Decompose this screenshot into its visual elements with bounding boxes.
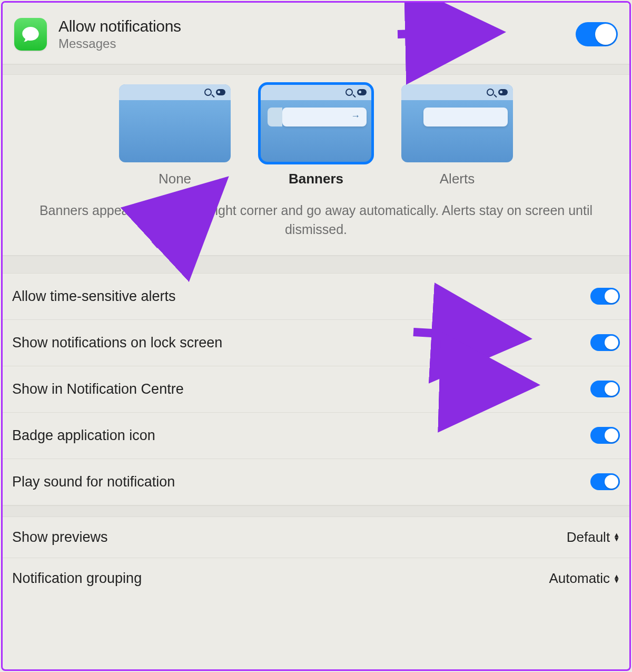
app-name-subtitle: Messages bbox=[58, 36, 576, 51]
row-label: Play sound for notification bbox=[12, 474, 175, 490]
row-notification-grouping[interactable]: Notification grouping Automatic ▲▼ bbox=[3, 558, 629, 599]
allow-notifications-toggle[interactable] bbox=[576, 22, 618, 46]
row-badge: Badge application icon bbox=[3, 413, 629, 459]
notification-centre-toggle[interactable] bbox=[590, 381, 620, 397]
row-label: Show in Notification Centre bbox=[12, 381, 184, 397]
value-text: Default bbox=[567, 529, 610, 546]
alert-preview-icon bbox=[423, 108, 508, 126]
chevron-up-down-icon: ▲▼ bbox=[613, 533, 620, 541]
row-time-sensitive: Allow time-sensitive alerts bbox=[3, 274, 629, 320]
badge-toggle[interactable] bbox=[590, 427, 620, 444]
header-row: Allow notifications Messages bbox=[3, 3, 629, 64]
row-show-previews[interactable]: Show previews Default ▲▼ bbox=[3, 517, 629, 558]
banner-preview-icon bbox=[282, 108, 367, 126]
row-label: Badge application icon bbox=[12, 427, 155, 444]
alert-style-alerts-label: Alerts bbox=[401, 171, 513, 187]
notification-grouping-value[interactable]: Automatic ▲▼ bbox=[549, 570, 620, 587]
alert-style-banners-thumb bbox=[260, 84, 372, 162]
control-center-icon bbox=[498, 89, 508, 95]
search-icon bbox=[487, 89, 494, 96]
lock-screen-toggle[interactable] bbox=[590, 334, 620, 351]
section-divider bbox=[3, 505, 629, 517]
search-icon bbox=[204, 89, 212, 96]
alert-style-banners[interactable]: Banners bbox=[260, 84, 372, 187]
alert-style-none-thumb bbox=[119, 84, 231, 162]
control-center-icon bbox=[216, 89, 225, 95]
row-label: Show notifications on lock screen bbox=[12, 335, 222, 351]
alert-style-description: Banners appear in the upper-right corner… bbox=[13, 201, 619, 239]
alert-style-alerts-thumb bbox=[401, 84, 513, 162]
time-sensitive-toggle[interactable] bbox=[590, 288, 620, 305]
alert-style-banners-label: Banners bbox=[260, 171, 372, 187]
alert-style-none-label: None bbox=[119, 171, 231, 187]
row-lock-screen: Show notifications on lock screen bbox=[3, 320, 629, 366]
sound-toggle[interactable] bbox=[590, 473, 620, 490]
messages-app-icon bbox=[14, 18, 47, 51]
alert-style-none[interactable]: None bbox=[119, 84, 231, 187]
chevron-up-down-icon: ▲▼ bbox=[613, 574, 620, 583]
search-icon bbox=[345, 89, 353, 96]
section-divider bbox=[3, 64, 629, 75]
row-label: Show previews bbox=[12, 529, 108, 546]
alert-style-options: None Banners Alerts bbox=[13, 84, 619, 187]
control-center-icon bbox=[357, 89, 367, 95]
row-label: Notification grouping bbox=[12, 570, 142, 587]
row-sound: Play sound for notification bbox=[3, 459, 629, 505]
allow-notifications-title: Allow notifications bbox=[58, 17, 576, 35]
row-label: Allow time-sensitive alerts bbox=[12, 288, 176, 305]
row-notification-centre: Show in Notification Centre bbox=[3, 366, 629, 413]
section-divider bbox=[3, 256, 629, 274]
show-previews-value[interactable]: Default ▲▼ bbox=[567, 529, 620, 546]
alert-style-section: None Banners Alerts Banners appear in th… bbox=[3, 75, 629, 256]
alert-style-alerts[interactable]: Alerts bbox=[401, 84, 513, 187]
value-text: Automatic bbox=[549, 570, 610, 587]
